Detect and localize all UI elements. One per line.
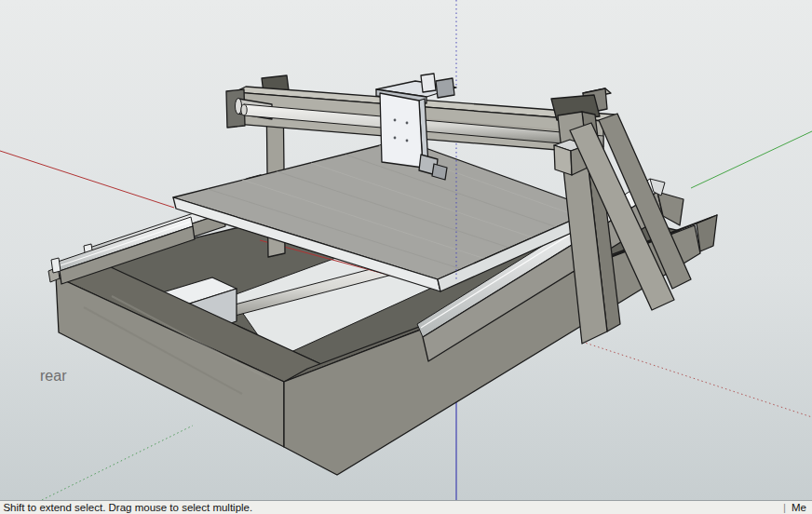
stepper-top-box xyxy=(421,74,436,92)
rear-text-label: rear xyxy=(40,368,67,384)
sketchup-window: rear . Shift to extend select. Drag mous… xyxy=(0,0,812,514)
stepper-top-box2 xyxy=(436,78,454,98)
status-hint-text: . Shift to extend select. Drag mouse to … xyxy=(0,502,252,513)
model-scene: rear xyxy=(0,0,812,500)
3d-viewport[interactable]: rear xyxy=(0,0,812,500)
carriage-plate-front xyxy=(380,93,423,168)
measurements-box[interactable]: Me xyxy=(792,502,810,513)
status-bar: . Shift to extend select. Drag mouse to … xyxy=(0,500,812,514)
status-separator: | xyxy=(783,502,786,513)
